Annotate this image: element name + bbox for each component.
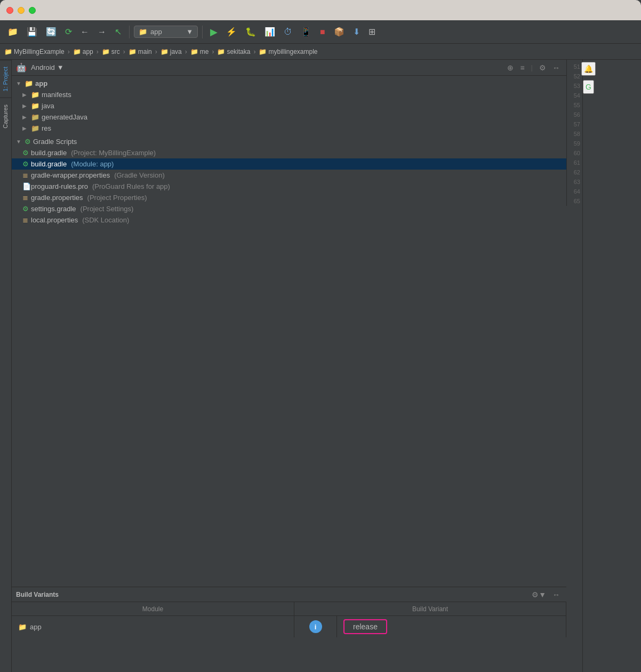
tree-label-gradle-wrapper: gradle-wrapper.properties <box>31 171 110 179</box>
tree-label-gradle-scripts: Gradle Scripts <box>33 138 77 146</box>
tree-item-manifests[interactable]: ▶ 📁 manifests <box>12 89 566 100</box>
build-variants-panel: Build Variants ⚙▼ ↔ Module Build Variant <box>12 587 566 672</box>
sync-button[interactable]: 🔄 <box>43 25 60 39</box>
main-layout: 1: Project Captures 🤖 Android ▼ ⊕ ≡ | ⚙ … <box>0 60 641 672</box>
build-variants-settings-button[interactable]: ⚙▼ <box>530 589 548 600</box>
minimize-button[interactable] <box>18 7 25 14</box>
back-button[interactable]: ← <box>77 25 92 39</box>
expand-arrow-java: ▶ <box>22 103 29 109</box>
layout-options-button[interactable]: ↔ <box>550 62 562 73</box>
gradle-icon-module: ⚙ <box>22 160 29 168</box>
breadcrumb-me[interactable]: 📁 me <box>190 48 209 55</box>
profile-button[interactable]: 📊 <box>261 25 278 39</box>
tree-label-res: res <box>42 124 51 132</box>
tree-item-generated-java[interactable]: ▶ 📁 generatedJava <box>12 111 566 123</box>
folder-icon-java: 📁 <box>31 102 39 110</box>
info-icon[interactable]: i <box>309 620 322 633</box>
tree-label-settings-gradle: settings.gradle <box>31 205 76 213</box>
tree-item-build-gradle-project[interactable]: ⚙ build.gradle (Project: MyBillingExampl… <box>12 147 566 158</box>
folder-icon-res: 📁 <box>31 124 39 132</box>
tree-item-build-gradle-module[interactable]: ⚙ build.gradle (Module: app) <box>12 158 566 170</box>
tree-item-local-properties[interactable]: ≣ local.properties (SDK Location) <box>12 214 566 226</box>
tree-item-gradle-wrapper[interactable]: ≣ gradle-wrapper.properties (Gradle Vers… <box>12 170 566 181</box>
info-cell-app[interactable]: i <box>294 616 337 637</box>
tree-item-settings-gradle[interactable]: ⚙ settings.gradle (Project Settings) <box>12 203 566 214</box>
expand-arrow-res: ▶ <box>22 125 29 131</box>
gradle-icon-project: ⚙ <box>22 149 29 157</box>
open-folder-button[interactable]: 📁 <box>4 25 21 39</box>
save-button[interactable]: 💾 <box>23 25 41 39</box>
tree-label-java: java <box>42 102 54 110</box>
gradle-sidebar-button[interactable]: G <box>583 80 594 94</box>
app-run-config-selector[interactable]: 📁 app ▼ <box>134 26 198 38</box>
tree-item-java[interactable]: ▶ 📁 java <box>12 100 566 111</box>
tree-label-gradle-properties: gradle.properties <box>31 194 83 202</box>
device-manager-button[interactable]: 📱 <box>298 25 315 39</box>
forward-button[interactable]: → <box>94 25 109 39</box>
add-button[interactable]: ⊕ <box>505 62 516 73</box>
breadcrumb-app[interactable]: 📁 app <box>73 48 93 55</box>
maximize-button[interactable] <box>29 7 36 14</box>
module-cell-app: 📁 app <box>12 616 294 637</box>
tree-secondary-local-properties: (SDK Location) <box>82 216 129 224</box>
build-variants-actions: ⚙▼ ↔ <box>530 589 562 600</box>
breadcrumb-sekitaka[interactable]: 📁 sekitaka <box>217 48 250 55</box>
panel-header-actions: ⊕ ≡ | ⚙ ↔ <box>505 62 562 73</box>
right-area: 51 52 53 54 55 56 57 58 59 60 61 62 63 6… <box>566 60 582 672</box>
layout-button[interactable]: ⊞ <box>365 25 379 39</box>
tree-item-proguard[interactable]: 📄 proguard-rules.pro (ProGuard Rules for… <box>12 181 566 192</box>
run-config-name: app <box>150 28 162 36</box>
breadcrumb-main[interactable]: 📁 main <box>129 48 152 55</box>
tree-label-app: app <box>35 79 47 87</box>
tree-item-gradle-properties[interactable]: ≣ gradle.properties (Project Properties) <box>12 192 566 203</box>
settings-button[interactable]: ⚙ <box>537 62 548 73</box>
breadcrumb-mybillingexample[interactable]: 📁 MyBillingExample <box>4 48 65 55</box>
analyze-button[interactable]: ⏱ <box>281 25 295 39</box>
expand-arrow-generated-java: ▶ <box>22 114 29 120</box>
run-button[interactable]: ▶ <box>207 24 221 40</box>
doc-icon-proguard: 📄 <box>22 182 29 190</box>
line-numbers: 51 52 53 54 55 56 57 58 59 60 61 62 63 6… <box>566 60 582 206</box>
build-variants-header: Build Variants ⚙▼ ↔ <box>12 587 566 602</box>
view-selector-arrow: ▼ <box>57 63 64 71</box>
tree-item-app[interactable]: ▼ 📁 app <box>12 78 566 89</box>
module-name-app: app <box>30 623 42 631</box>
download-button[interactable]: ⬇ <box>350 25 363 39</box>
breadcrumb-mybillingexample-pkg[interactable]: 📁 mybillingexample <box>259 48 317 55</box>
project-tab[interactable]: 1: Project <box>0 60 11 98</box>
tree-secondary-settings-gradle: (Project Settings) <box>81 205 134 213</box>
build-variants-title: Build Variants <box>16 591 59 598</box>
debug-button[interactable]: 🐛 <box>242 25 259 39</box>
tree-label-local-properties: local.properties <box>31 216 78 224</box>
cursor-button[interactable]: ↖ <box>111 25 125 39</box>
apply-changes-button[interactable]: ⚡ <box>223 25 240 39</box>
breadcrumb: 📁 MyBillingExample › 📁 app › 📁 src › 📁 m… <box>0 44 641 60</box>
gradle-icon-settings: ⚙ <box>22 205 29 213</box>
tree-item-res[interactable]: ▶ 📁 res <box>12 123 566 134</box>
stop-button[interactable]: ■ <box>317 25 328 39</box>
title-bar <box>0 0 641 20</box>
tree-label-build-gradle-project: build.gradle <box>31 149 67 157</box>
view-selector-label: Android <box>31 63 55 71</box>
close-button[interactable] <box>6 7 13 14</box>
gradle-scripts-icon: ⚙ <box>25 138 31 146</box>
collapse-all-button[interactable]: ≡ <box>518 62 526 73</box>
tree-secondary-build-gradle-module: (Module: app) <box>71 160 114 168</box>
release-variant-badge[interactable]: release <box>343 619 387 634</box>
refresh-button[interactable]: ⟳ <box>62 25 75 39</box>
variant-cell-app[interactable]: release <box>337 616 566 637</box>
apk-button[interactable]: 📦 <box>331 25 348 39</box>
toolbar-sep-2 <box>202 26 203 38</box>
build-variants-layout-button[interactable]: ↔ <box>550 589 562 600</box>
breadcrumb-src[interactable]: 📁 src <box>102 48 120 55</box>
view-selector[interactable]: Android ▼ <box>31 63 64 71</box>
notification-button[interactable]: 🔔 <box>581 62 596 76</box>
build-variants-row-app: 📁 app i release <box>12 616 566 637</box>
tree-label-generated-java: generatedJava <box>42 113 87 121</box>
expand-arrow-gradle-scripts: ▼ <box>16 139 22 145</box>
folder-icon-app-bv: 📁 <box>18 623 27 631</box>
dropdown-arrow: ▼ <box>186 28 193 36</box>
tree-item-gradle-scripts[interactable]: ▼ ⚙ Gradle Scripts <box>12 136 566 147</box>
breadcrumb-java[interactable]: 📁 java <box>161 48 182 55</box>
captures-tab[interactable]: Captures <box>0 98 11 135</box>
